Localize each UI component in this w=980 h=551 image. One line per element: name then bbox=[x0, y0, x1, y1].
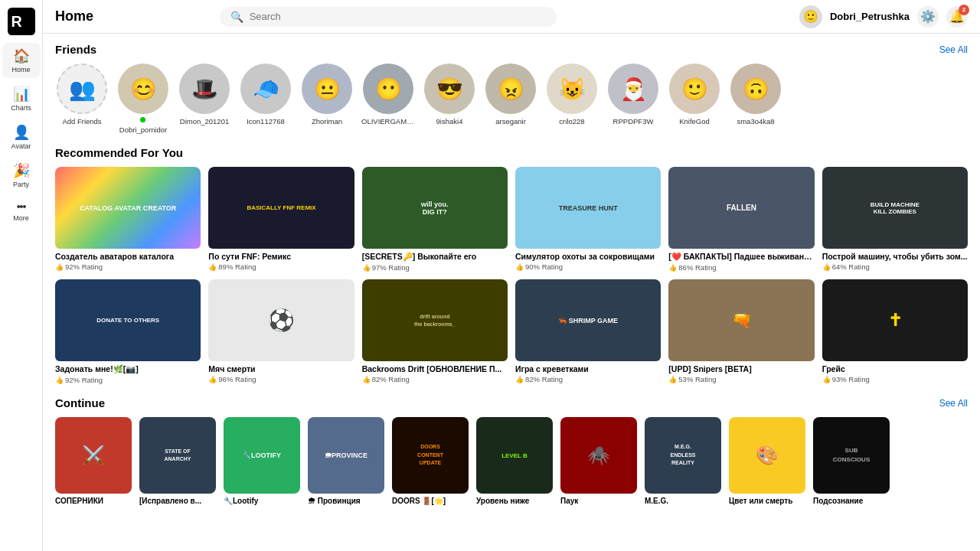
settings-button[interactable]: ⚙️ bbox=[917, 6, 939, 28]
sidebar-label-home: Home bbox=[11, 66, 30, 73]
sidebar-item-home[interactable]: 🏠 Home bbox=[2, 43, 41, 78]
game-title-11: Грейс bbox=[822, 364, 968, 373]
sidebar-item-avatar[interactable]: 👤 Avatar bbox=[2, 119, 41, 155]
friend-item-7[interactable]: 😺 crilo228 bbox=[545, 64, 599, 134]
recommended-games-grid: CATALOG AVATAR CREATOR Создатель аватаро… bbox=[55, 167, 968, 384]
game-card-9[interactable]: 🦐 SHRIMP GAME Игра с креветками 👍 82% Ra… bbox=[515, 279, 661, 384]
continue-thumb-9: SUBCONSCIOUS bbox=[813, 417, 890, 494]
game-title-10: [UPD] Snipers [BETA] bbox=[668, 364, 814, 373]
continue-card-4[interactable]: DOORSCONTENTUPDATE DOORS 🚪[🌟] bbox=[392, 417, 469, 505]
friends-section-header: Friends See All bbox=[55, 43, 968, 56]
continue-game-title-7: M.E.G. bbox=[645, 497, 721, 505]
home-icon: 🏠 bbox=[13, 47, 30, 64]
notifications-button[interactable]: 🔔 2 bbox=[946, 6, 968, 28]
game-card-10[interactable]: 🔫 [UPD] Snipers [BETA] 👍 53% Rating bbox=[668, 279, 814, 384]
friend-avatar-0: 😊 bbox=[118, 64, 168, 114]
game-title-4: [❤️ БАКПАКТЫ] Падшее выживани... bbox=[668, 252, 814, 262]
friend-name-1: Dimon_201201 bbox=[180, 117, 229, 126]
continue-thumb-7: M.E.G.ENDLESSREALITY bbox=[645, 417, 721, 494]
rating-icon-6: 👍 bbox=[55, 377, 64, 384]
sidebar-label-avatar: Avatar bbox=[11, 142, 31, 150]
game-card-3[interactable]: TREASURE HUNT Симулятор охоты за сокрови… bbox=[515, 167, 661, 272]
game-card-0[interactable]: CATALOG AVATAR CREATOR Создатель аватаро… bbox=[55, 167, 201, 272]
notification-badge: 2 bbox=[959, 5, 969, 15]
friend-item-3[interactable]: 😐 Zhoriman bbox=[300, 64, 354, 134]
game-thumb-10: 🔫 bbox=[668, 279, 814, 361]
continue-see-all[interactable]: See All bbox=[939, 398, 968, 409]
sidebar-item-charts[interactable]: 📊 Charts bbox=[2, 81, 41, 116]
continue-card-2[interactable]: 🔧LOOTIFY 🔧Lootify bbox=[224, 417, 300, 505]
rating-icon-8: 👍 bbox=[362, 376, 371, 383]
friend-item-9[interactable]: 🙂 KnifeGod bbox=[668, 64, 721, 134]
continue-thumb-5: LEVEL B bbox=[476, 417, 553, 494]
continue-section-header: Continue See All bbox=[55, 396, 968, 409]
friend-name-3: Zhoriman bbox=[312, 117, 342, 126]
roblox-logo: R bbox=[8, 8, 35, 35]
game-card-5[interactable]: BUILD MACHINEKILL ZOMBIES Построй машину… bbox=[822, 167, 968, 272]
continue-thumb-3: 🌨PROVINCE bbox=[308, 417, 384, 494]
main-content: Home 🔍 🙂 Dobri_Petrushka ⚙️ 🔔 2 Friends … bbox=[43, 0, 980, 551]
add-friends-label: Add Friends bbox=[62, 117, 101, 126]
game-title-3: Симулятор охоты за сокровищами bbox=[515, 252, 661, 261]
game-title-7: Мяч смерти bbox=[208, 364, 354, 373]
sidebar-item-party[interactable]: 🎉 Party bbox=[2, 158, 41, 193]
continue-card-5[interactable]: LEVEL B Уровень ниже bbox=[476, 417, 553, 505]
continue-card-7[interactable]: M.E.G.ENDLESSREALITY M.E.G. bbox=[645, 417, 721, 505]
game-rating-6: 👍 92% Rating bbox=[55, 376, 201, 384]
game-card-1[interactable]: BASICALLY FNF REMIX По сути FNF: Ремикс … bbox=[208, 167, 354, 272]
game-title-2: [SECRETS🔑] Выкопайте его bbox=[362, 252, 508, 262]
continue-card-0[interactable]: ⚔️ СОПЕРНИКИ bbox=[55, 417, 132, 505]
rating-icon-9: 👍 bbox=[515, 376, 524, 383]
game-card-7[interactable]: ⚽ Мяч смерти 👍 96% Rating bbox=[208, 279, 354, 384]
svg-text:R: R bbox=[11, 13, 21, 30]
game-title-1: По сути FNF: Ремикс bbox=[208, 252, 354, 261]
game-title-9: Игра с креветками bbox=[515, 364, 661, 373]
continue-thumb-4: DOORSCONTENTUPDATE bbox=[392, 417, 469, 494]
friend-avatar-7: 😺 bbox=[547, 64, 597, 114]
continue-game-title-6: Паук bbox=[560, 497, 637, 505]
game-card-2[interactable]: will you.DIG IT? [SECRETS🔑] Выкопайте ег… bbox=[362, 167, 508, 272]
game-thumb-5: BUILD MACHINEKILL ZOMBIES bbox=[822, 167, 968, 249]
rating-icon-7: 👍 bbox=[208, 376, 217, 383]
friend-item-2[interactable]: 🧢 Icon112768 bbox=[239, 64, 292, 134]
continue-card-8[interactable]: 🎨 Цвет или смерть bbox=[729, 417, 805, 505]
add-friends-button[interactable]: 👥 Add Friends bbox=[55, 64, 109, 134]
search-input[interactable] bbox=[250, 11, 546, 22]
continue-thumb-8: 🎨 bbox=[729, 417, 805, 494]
rating-icon-2: 👍 bbox=[362, 264, 371, 272]
friend-avatar-8: 🎅 bbox=[608, 64, 658, 114]
continue-thumb-0: ⚔️ bbox=[55, 417, 132, 494]
game-card-8[interactable]: drift aroundthe backrooms_ Backrooms Dri… bbox=[362, 279, 508, 384]
friends-see-all[interactable]: See All bbox=[939, 44, 968, 55]
friend-item-5[interactable]: 😎 9ishaki4 bbox=[423, 64, 476, 134]
game-card-6[interactable]: DONATE TO OTHERS Задонать мне!🌿[📷] 👍 92%… bbox=[55, 279, 201, 384]
continue-card-9[interactable]: SUBCONSCIOUS Подсознание bbox=[813, 417, 890, 505]
game-thumb-3: TREASURE HUNT bbox=[515, 167, 661, 249]
game-rating-3: 👍 90% Rating bbox=[515, 262, 661, 271]
user-avatar: 🙂 bbox=[799, 5, 822, 28]
game-card-11[interactable]: ✝ Грейс 👍 93% Rating bbox=[822, 279, 968, 384]
game-rating-9: 👍 82% Rating bbox=[515, 375, 661, 383]
friends-title: Friends bbox=[55, 43, 96, 56]
game-title-0: Создатель аватаров каталога bbox=[55, 252, 201, 261]
continue-game-title-1: [Исправлено в... bbox=[139, 497, 216, 505]
sidebar-item-more[interactable]: ••• More bbox=[2, 196, 41, 227]
search-bar[interactable]: 🔍 bbox=[220, 7, 557, 27]
continue-card-6[interactable]: 🕷️ Паук bbox=[560, 417, 637, 505]
friend-item-4[interactable]: 😶 OLIVIERGAMING bbox=[361, 64, 415, 134]
game-title-5: Построй машину, чтобы убить зом... bbox=[822, 252, 968, 261]
rating-icon-0: 👍 bbox=[55, 263, 64, 271]
game-thumb-4: FALLEN bbox=[668, 167, 814, 249]
continue-card-1[interactable]: STATE OFANARCHY [Исправлено в... bbox=[139, 417, 216, 505]
friend-item-6[interactable]: 😠 arseganir bbox=[484, 64, 537, 134]
username-label: Dobri_Petrushka bbox=[830, 11, 910, 22]
friend-item-8[interactable]: 🎅 RPPDPF3W bbox=[606, 64, 660, 134]
friend-name-7: crilo228 bbox=[559, 117, 584, 126]
continue-card-3[interactable]: 🌨PROVINCE 🌨 Провинция bbox=[308, 417, 384, 505]
friend-name-6: arseganir bbox=[495, 117, 526, 126]
game-card-4[interactable]: FALLEN [❤️ БАКПАКТЫ] Падшее выживани... … bbox=[668, 167, 814, 272]
friend-item-1[interactable]: 🎩 Dimon_201201 bbox=[178, 64, 231, 134]
game-thumb-8: drift aroundthe backrooms_ bbox=[362, 279, 508, 361]
friend-item-10[interactable]: 🙃 sma3o4ka8 bbox=[729, 64, 782, 134]
friend-item-0[interactable]: 😊 Dobri_pomidor bbox=[116, 64, 170, 134]
